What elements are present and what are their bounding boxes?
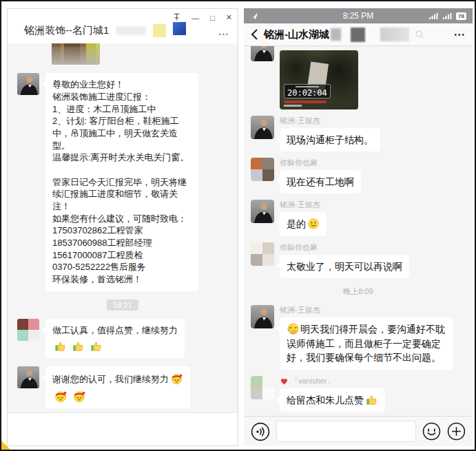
sender-name: 铭洲-王留杰 [280, 200, 320, 210]
sender-name: 你躲你也麻 [280, 242, 318, 253]
message-row: 铭洲-王留杰 20:02:04 [251, 46, 466, 109]
phone-nav-bar: 铭洲-山水湖城 ••• [244, 23, 473, 46]
struggle-emoji [54, 389, 68, 403]
struggle-emoji [72, 389, 86, 403]
message-bubble: 尊敬的业主您好！ 铭洲装饰施工进度汇报： 1、进度：木工吊顶施工中 2、计划: … [45, 73, 198, 291]
more-icon[interactable]: ••• [454, 31, 466, 39]
message-row: 铭洲-王留杰 现场沟通柜子结构。 [251, 116, 466, 151]
message-text: 尊敬的业主您好！ 铭洲装饰施工进度汇报： 1、进度：木工吊顶施工中 2、计划: … [52, 79, 189, 284]
pin-icon[interactable] [173, 13, 180, 22]
message-row: 你躲你也麻 现在还有工地啊 [251, 158, 466, 193]
desktop-message-input[interactable] [8, 412, 238, 445]
facepalm-emoji [287, 322, 300, 335]
chat-title: 铭洲装饰--名门城1 [24, 24, 109, 37]
message-row: 「vanisher」 给留杰和朱儿点赞 [251, 376, 466, 412]
message-row: 尊敬的业主您好！ 铭洲装饰施工进度汇报： 1、进度：木工吊顶施工中 2、计划: … [17, 73, 228, 291]
thumbs-up-emoji [72, 339, 85, 353]
message-bubble: 做工认真，值得点赞，继续努力 [45, 319, 185, 359]
phone-chat-area: 20:00:49 铭洲-王留杰 20:02:04 [244, 46, 473, 416]
redacted-title-text [116, 26, 146, 35]
thumbs-up-emoji [365, 393, 378, 406]
heart-icon [280, 377, 289, 386]
window-titlebar: 铭洲装饰--名门城1 — □ ✕ ••• [8, 9, 238, 43]
message-row: 铭洲-王留杰 是的 [251, 200, 466, 235]
chat-timestamp: 晚上8:09 [343, 284, 373, 299]
avatar-neighbor[interactable] [251, 242, 274, 266]
thumbs-up-emoji [90, 339, 103, 353]
maximize-button[interactable]: □ [210, 14, 215, 22]
thumbs-up-emoji [54, 339, 67, 353]
message-text: 给留杰和朱儿点赞 [287, 395, 364, 406]
sender-name: 你躲你也麻 [280, 158, 318, 168]
sender-name: 「vanisher」 [280, 376, 335, 386]
voice-icon[interactable] [251, 422, 270, 441]
message-text: 明天我们得开晨会，要沟通好不耽误师傅施工，而且做柜子一定要确定好，我们要确保每个… [287, 324, 445, 363]
phone-chat-title: 铭洲-山水湖城 [264, 28, 329, 41]
sender-name: 铭洲-王留杰 [280, 116, 320, 126]
message-row: 你躲你也麻 太敬业了，明天可以再说啊 [251, 242, 466, 278]
chat-more-menu[interactable]: ••• [219, 31, 229, 38]
redacted-blue-block [173, 22, 186, 35]
message-row: 做工认真，值得点赞，继续努力 [17, 319, 228, 359]
status-time: 8:25 PM [244, 11, 473, 21]
message-bubble: 谢谢您的认可，我们继续努力 [45, 366, 190, 408]
redacted-block [380, 28, 409, 41]
corner-marker [1, 441, 10, 450]
minimize-button[interactable]: — [192, 14, 199, 22]
sender-name: 铭洲-王留杰 [280, 305, 320, 315]
message-bubble: 给留杰和朱儿点赞 [280, 388, 385, 412]
back-icon[interactable] [251, 28, 258, 41]
plus-icon[interactable] [447, 422, 466, 441]
message-photo-clock2[interactable]: 20:02:04 [280, 50, 358, 109]
avatar-vanisher[interactable] [251, 376, 274, 399]
photo-clock-time: 20:02:04 [287, 88, 327, 98]
message-bubble: 是的 [280, 212, 327, 235]
search-icon[interactable] [415, 30, 424, 39]
message-row: 谢谢您的认可，我们继续努力 [17, 366, 228, 408]
photo-red-caption [284, 101, 327, 103]
chat-timestamp: 18:21 [107, 300, 138, 311]
message-bubble: 太敬业了，明天可以再说啊 [280, 255, 409, 278]
message-text: 谢谢您的认可，我们继续努力 [52, 374, 169, 384]
smile-emoji [307, 218, 320, 230]
phone-screenshot: 8:25 PM 78 铭洲-山水湖城 •• [244, 8, 473, 446]
status-bar: 8:25 PM 78 [244, 8, 473, 23]
desktop-chat-window: 铭洲装饰--名门城1 — □ ✕ ••• [7, 8, 238, 446]
close-button[interactable]: ✕ [226, 13, 232, 22]
avatar-owner[interactable] [17, 319, 39, 341]
message-text: 太敬业了，明天可以再说啊 [287, 261, 402, 272]
redacted-title-text [331, 28, 341, 41]
message-row: 铭洲-王留杰 明天我们得开晨会，要沟通好不耽误师傅施工，而且做柜子一定要确定好，… [251, 305, 466, 369]
screenshot-frame: 铭洲装饰--名门城1 — □ ✕ ••• [0, 0, 476, 451]
sender-name: 铭洲-王留杰 [280, 46, 320, 48]
redacted-block [351, 28, 365, 42]
message-text: 做工认真，值得点赞，继续努力 [52, 325, 178, 335]
avatar-manager[interactable] [251, 305, 274, 328]
message-text: 现场沟通柜子结构。 [287, 134, 373, 145]
struggle-emoji [170, 372, 183, 385]
avatar-manager[interactable] [251, 116, 274, 139]
avatar-manager[interactable] [17, 73, 39, 95]
avatar-manager[interactable] [251, 200, 274, 223]
message-bubble: 现场沟通柜子结构。 [280, 128, 380, 151]
message-input[interactable] [276, 421, 416, 442]
redacted-yellow-block [153, 24, 166, 37]
avatar-manager[interactable] [17, 366, 39, 388]
message-bubble: 明天我们得开晨会，要沟通好不耽误师傅施工，而且做柜子一定要确定好，我们要确保每个… [280, 317, 453, 369]
emoji-icon[interactable] [422, 422, 441, 441]
message-bubble: 现在还有工地啊 [280, 170, 361, 193]
message-text: 是的 [287, 218, 306, 229]
photo-small-caption [284, 105, 302, 107]
message-text: 现在还有工地啊 [287, 176, 354, 187]
desktop-chat-area: 尊敬的业主您好！ 铭洲装饰施工进度汇报： 1、进度：木工吊顶施工中 2、计划: … [8, 43, 238, 412]
phone-composer-bar [244, 416, 473, 446]
avatar-neighbor[interactable] [251, 158, 274, 181]
message-photo-room[interactable] [52, 43, 100, 65]
avatar-manager[interactable] [251, 46, 274, 61]
